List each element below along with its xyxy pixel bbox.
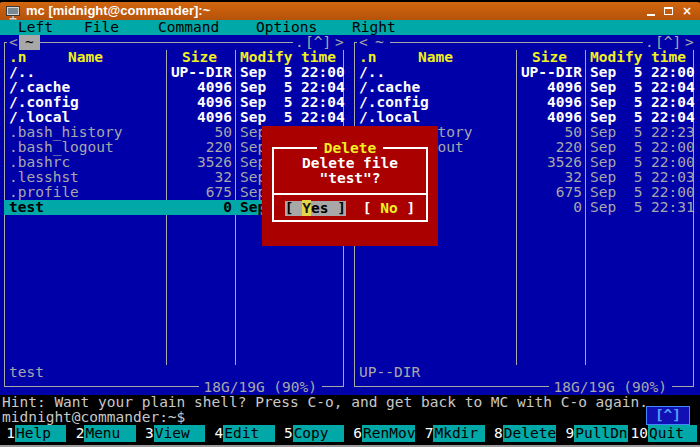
fkey-label: Quit: [648, 425, 697, 442]
file-name: /.cache: [359, 80, 420, 95]
panel-path[interactable]: ~: [19, 35, 40, 50]
file-mtime: Sep 5 22:23: [590, 125, 695, 140]
file-size: 4096: [156, 95, 232, 110]
file-row[interactable]: /.cache4096Sep 5 22:04: [354, 80, 695, 95]
fkey-renmov[interactable]: 6RenMov: [347, 425, 418, 442]
file-size: 50: [506, 125, 582, 140]
fkey-edit[interactable]: 4Edit: [208, 425, 277, 442]
file-row[interactable]: /.local4096Sep 5 22:04: [354, 110, 695, 125]
fkey-number: 9: [559, 425, 574, 442]
history-back-button[interactable]: <: [357, 35, 370, 50]
no-button[interactable]: [ No ]: [363, 201, 415, 216]
file-mtime: Sep 5 22:04: [240, 95, 345, 110]
column-header-name[interactable]: Name: [9, 50, 162, 65]
history-forward-button[interactable]: >: [333, 35, 346, 50]
fkey-label: Edit: [223, 425, 274, 442]
file-row[interactable]: /..UP--DIRSep 5 22:00: [354, 65, 695, 80]
file-size: 220: [506, 140, 582, 155]
dialog-message-line-2: "test"?: [262, 171, 438, 186]
file-row[interactable]: /.local4096Sep 5 22:04: [4, 110, 345, 125]
column-header-size[interactable]: Size: [517, 50, 582, 65]
mc-menu-bar: Left File Command Options Right: [0, 20, 700, 35]
column-header-mtime[interactable]: Modify time: [238, 50, 338, 65]
file-row[interactable]: /.config4096Sep 5 22:04: [4, 95, 345, 110]
file-name: .bash_logout: [9, 140, 114, 155]
fkey-delete[interactable]: 8Delete: [488, 425, 559, 442]
file-size: 3526: [506, 155, 582, 170]
fkey-number: 7: [418, 425, 433, 442]
file-mtime: Sep 5 22:03: [590, 170, 695, 185]
panel-path[interactable]: ~: [369, 35, 390, 50]
up-directory-button[interactable]: [^]: [303, 35, 333, 50]
menu-item-left[interactable]: Left: [18, 20, 53, 35]
fkey-number: 2: [69, 425, 84, 442]
file-row[interactable]: /.config4096Sep 5 22:04: [354, 95, 695, 110]
menu-item-file[interactable]: File: [84, 20, 119, 35]
hint-line: Hint: Want your plain shell? Press C-o, …: [2, 395, 700, 410]
fkey-number: 5: [278, 425, 293, 442]
file-name: /.cache: [9, 80, 70, 95]
file-size: 0: [506, 200, 582, 215]
file-mtime: Sep 5 22:00: [590, 185, 695, 200]
file-mtime: Sep 5 22:31: [590, 200, 695, 215]
file-name: /..: [359, 65, 385, 80]
file-size: 4096: [506, 95, 582, 110]
fkey-copy[interactable]: 5Copy: [278, 425, 347, 442]
fkey-view[interactable]: 3View: [139, 425, 208, 442]
scroll-up-indicator[interactable]: [^]: [646, 406, 690, 425]
file-name: .bash_history: [9, 125, 123, 140]
fkey-pulldn[interactable]: 9PullDn: [559, 425, 630, 442]
file-name: .profile: [9, 185, 79, 200]
fkey-label: Menu: [84, 425, 135, 442]
fkey-number: 8: [488, 425, 503, 442]
file-mtime: Sep 5 22:04: [240, 80, 345, 95]
fkey-label: Mkdir: [433, 425, 484, 442]
menu-item-right[interactable]: Right: [352, 20, 396, 35]
file-name: /.local: [359, 110, 420, 125]
file-row[interactable]: /.cache4096Sep 5 22:04: [4, 80, 345, 95]
maximize-icon[interactable]: [664, 7, 673, 15]
fkey-label: RenMov: [362, 425, 415, 442]
fkey-label: Delete: [503, 425, 556, 442]
menu-item-options[interactable]: Options: [256, 20, 317, 35]
column-header-mtime[interactable]: Modify time: [588, 50, 688, 65]
file-size: UP--DIR: [506, 65, 582, 80]
file-size: 4096: [506, 80, 582, 95]
file-mtime: Sep 5 22:04: [240, 110, 345, 125]
fkey-label: View: [154, 425, 205, 442]
file-name: /.local: [9, 110, 70, 125]
fkey-mkdir[interactable]: 7Mkdir: [418, 425, 487, 442]
file-name: /..: [9, 65, 35, 80]
file-size: 32: [506, 170, 582, 185]
column-header-size[interactable]: Size: [167, 50, 232, 65]
menu-item-command[interactable]: Command: [158, 20, 219, 35]
delete-dialog: Delete Delete file "test"? [ Yes ] [ No …: [262, 126, 438, 246]
mini-status: UP--DIR: [359, 365, 420, 380]
file-row[interactable]: /..UP--DIRSep 5 22:00: [4, 65, 345, 80]
command-line-prompt[interactable]: midnight@commander:~$: [2, 410, 642, 425]
up-directory-button[interactable]: [^]: [653, 35, 683, 50]
file-name: test: [9, 200, 44, 215]
yes-button[interactable]: [ Yes ]: [285, 201, 346, 216]
free-space-indicator: 18G/19G (90%): [549, 380, 673, 395]
mini-status: test: [9, 365, 44, 380]
file-name: .bashrc: [9, 155, 70, 170]
history-back-button[interactable]: <: [7, 35, 20, 50]
file-size: 675: [506, 185, 582, 200]
fkey-number: 3: [139, 425, 154, 442]
file-size: 4096: [506, 110, 582, 125]
fkey-help[interactable]: 1Help: [0, 425, 69, 442]
column-header-name[interactable]: Name: [359, 50, 512, 65]
history-forward-button[interactable]: >: [683, 35, 696, 50]
file-size: 3526: [156, 155, 232, 170]
file-size: 4096: [156, 110, 232, 125]
close-icon[interactable]: ×: [682, 2, 692, 20]
minimize-icon[interactable]: [647, 14, 655, 16]
fkey-menu[interactable]: 2Menu: [69, 425, 138, 442]
file-size: 0: [156, 200, 232, 215]
window-title: mc [midnight@commander]:~: [26, 2, 210, 20]
dialog-title: Delete: [262, 141, 438, 156]
file-size: UP--DIR: [156, 65, 232, 80]
file-name: /.config: [359, 95, 429, 110]
fkey-quit[interactable]: 10Quit: [631, 425, 700, 442]
